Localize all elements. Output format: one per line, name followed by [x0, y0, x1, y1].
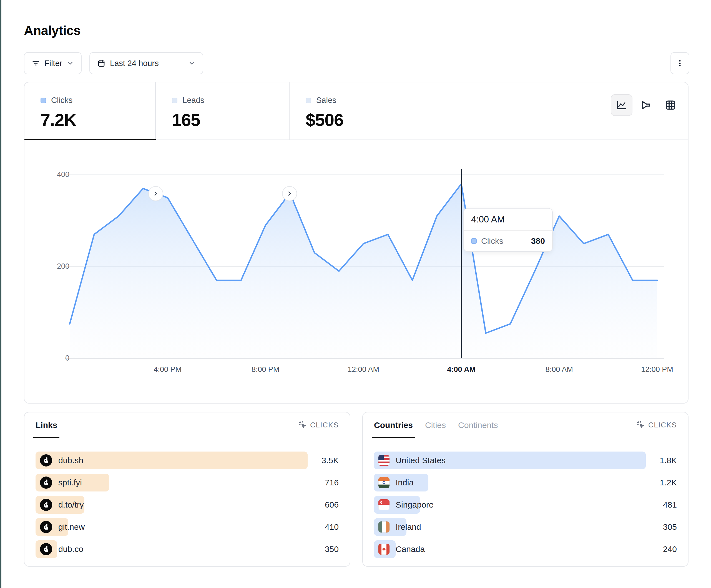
row-label: India: [395, 478, 414, 487]
tooltip-time: 4:00 AM: [464, 208, 552, 231]
geo-panel: Countries Cities Continents CLICKS Unite…: [362, 412, 689, 567]
tooltip-series-label: Clicks: [481, 236, 503, 246]
clicks-series-swatch: [471, 238, 477, 244]
row-value: 1.2K: [646, 478, 677, 487]
calendar-icon: [97, 59, 106, 67]
row-label: d.to/try: [58, 500, 84, 510]
metric-label: CLICKS: [648, 421, 677, 429]
ca-flag-icon: [379, 544, 389, 555]
row-label: Canada: [395, 544, 425, 554]
list-item[interactable]: git.new410: [36, 518, 339, 536]
stat-label: Clicks: [51, 96, 72, 105]
tab-continents[interactable]: Continents: [458, 412, 498, 438]
dub-logo-icon: [40, 543, 52, 555]
chevron-right-button[interactable]: [148, 186, 163, 201]
dub-logo-icon: [40, 521, 52, 533]
list-item[interactable]: spti.fyi716: [36, 474, 339, 492]
line-chart-view-button[interactable]: [611, 94, 632, 116]
y-axis-tick: 200: [36, 262, 69, 271]
tab-cities[interactable]: Cities: [425, 412, 446, 438]
row-label: dub.co: [58, 544, 83, 554]
date-range-label: Last 24 hours: [110, 59, 159, 68]
row-value: 410: [308, 522, 339, 532]
chart-view-toggle: [611, 94, 681, 116]
row-value: 481: [646, 500, 677, 510]
row-value: 716: [308, 478, 339, 487]
window-edge-strip: [0, 0, 1, 588]
dub-logo-icon: [40, 454, 52, 467]
clicks-time-series-chart[interactable]: 0200400 4:00 PM8:00 PM12:00 AM4:00 AM8:0…: [24, 140, 688, 404]
line-chart-icon: [616, 99, 628, 111]
funnel-view-button[interactable]: [635, 94, 657, 116]
ie-flag-icon: [379, 521, 389, 533]
links-panel: Links CLICKS dub.sh3.5K spti.fyi716 d.to…: [24, 412, 350, 567]
x-axis-tick: 8:00 PM: [243, 365, 288, 374]
row-label: Singapore: [395, 500, 434, 510]
tab-clicks[interactable]: Clicks 7.2K: [24, 82, 156, 139]
kebab-icon: [676, 59, 684, 67]
x-axis-tick: 4:00 AM: [439, 365, 483, 374]
stat-value: 165: [172, 110, 289, 130]
analytics-card: Clicks 7.2K Leads 165 Sales $506: [24, 82, 689, 404]
stats-header: Clicks 7.2K Leads 165 Sales $506: [24, 82, 688, 140]
row-label: spti.fyi: [58, 478, 82, 487]
tab-countries[interactable]: Countries: [374, 412, 413, 438]
stat-value: $506: [306, 110, 434, 130]
row-value: 350: [308, 544, 339, 554]
cursor-click-icon: [637, 421, 645, 430]
x-axis-tick: 8:00 AM: [537, 365, 581, 374]
list-item[interactable]: dub.co350: [36, 540, 339, 558]
overflow-menu-button[interactable]: [670, 52, 689, 74]
chevron-down-icon: [188, 60, 195, 67]
filter-button-label: Filter: [44, 59, 62, 68]
filter-button[interactable]: Filter: [24, 52, 82, 74]
list-item[interactable]: Ireland305: [374, 518, 677, 536]
list-item[interactable]: India1.2K: [374, 474, 677, 492]
row-value: 305: [646, 522, 677, 532]
list-item[interactable]: d.to/try606: [36, 496, 339, 514]
cursor-click-icon: [298, 421, 307, 430]
dub-logo-icon: [40, 499, 52, 511]
row-value: 1.8K: [646, 456, 677, 465]
chevron-right-button[interactable]: [282, 186, 297, 201]
row-value: 606: [308, 500, 339, 510]
row-label: United States: [395, 456, 446, 465]
y-axis-tick: 0: [36, 354, 69, 362]
sales-series-swatch: [306, 98, 311, 103]
x-axis-tick: 4:00 PM: [146, 365, 190, 374]
date-range-button[interactable]: Last 24 hours: [89, 52, 203, 74]
metric-selector[interactable]: CLICKS: [637, 421, 677, 430]
row-value: 3.5K: [308, 456, 339, 465]
list-item[interactable]: Singapore481: [374, 496, 677, 514]
table-view-button[interactable]: [660, 94, 681, 116]
x-axis-tick: 12:00 AM: [341, 365, 386, 374]
dub-logo-icon: [40, 476, 52, 489]
chevron-down-icon: [67, 60, 74, 67]
us-flag-icon: [379, 455, 389, 466]
chart-tooltip: 4:00 AM Clicks 380: [464, 208, 553, 252]
clicks-series-swatch: [41, 98, 46, 103]
sg-flag-icon: [379, 499, 389, 510]
tab-leads[interactable]: Leads 165: [156, 82, 289, 139]
row-label: git.new: [58, 522, 85, 532]
metric-selector[interactable]: CLICKS: [298, 421, 339, 430]
y-axis-tick: 400: [36, 170, 69, 179]
stat-label: Sales: [316, 96, 337, 105]
list-item[interactable]: dub.sh3.5K: [36, 452, 339, 469]
in-flag-icon: [379, 477, 389, 488]
x-axis-tick: 12:00 PM: [635, 365, 680, 374]
row-label: Ireland: [395, 522, 421, 532]
leads-series-swatch: [172, 98, 177, 103]
table-grid-icon: [664, 99, 676, 111]
list-item[interactable]: Canada240: [374, 540, 677, 558]
page-title: Analytics: [24, 23, 81, 38]
funnel-icon: [640, 99, 652, 111]
tab-links[interactable]: Links: [36, 412, 57, 438]
tab-sales[interactable]: Sales $506: [289, 82, 434, 139]
filter-icon: [31, 59, 40, 67]
row-label: dub.sh: [58, 456, 83, 465]
row-value: 240: [646, 544, 677, 554]
metric-label: CLICKS: [310, 421, 339, 429]
stat-value: 7.2K: [41, 110, 155, 130]
list-item[interactable]: United States1.8K: [374, 452, 677, 469]
